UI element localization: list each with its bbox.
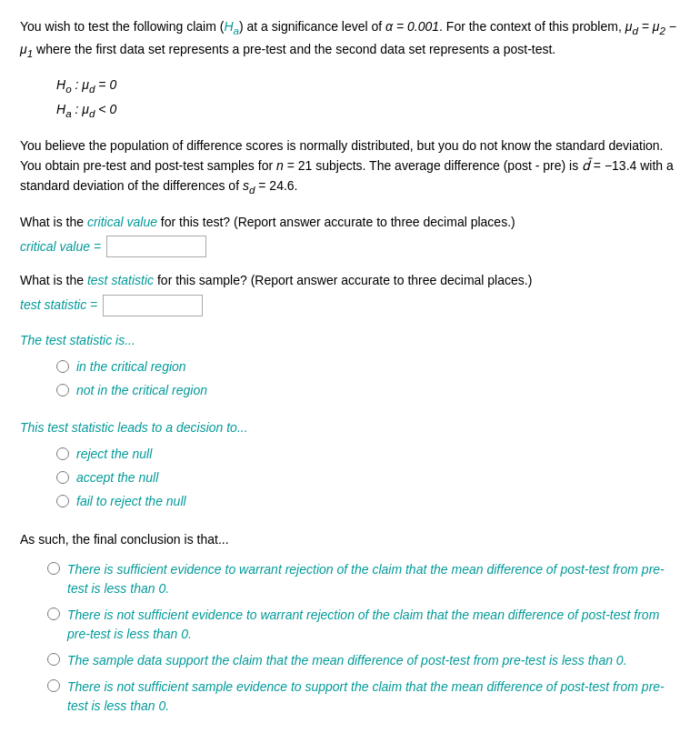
conclusion-option-1-label: There is sufficient evidence to warrant … [67, 560, 680, 598]
test-stat-label: test statistic = [20, 296, 97, 315]
decision-heading: This test statistic leads to a decision … [20, 418, 680, 437]
region-heading: The test statistic is... [20, 331, 680, 350]
decision-option-reject-label: reject the null [76, 445, 152, 464]
region-option-in[interactable]: in the critical region [56, 357, 680, 377]
conclusion-option-2[interactable]: There is not sufficient evidence to warr… [47, 606, 680, 644]
region-option-not-in-label: not in the critical region [76, 381, 207, 400]
region-radio-in[interactable] [56, 360, 69, 373]
conclusion-option-3-label: The sample data support the claim that t… [67, 651, 627, 670]
decision-option-fail-label: fail to reject the null [76, 492, 186, 511]
region-radio-not-in[interactable] [56, 384, 69, 397]
decision-radio-fail[interactable] [56, 495, 69, 507]
critical-value-label: critical value = [20, 237, 101, 256]
decision-option-accept-label: accept the null [76, 468, 158, 487]
conclusion-radio-1[interactable] [47, 562, 60, 575]
conclusion-options-group: There is sufficient evidence to warrant … [47, 560, 680, 716]
decision-options-group: reject the null accept the null fail to … [56, 445, 680, 511]
conclusion-radio-2[interactable] [47, 607, 60, 620]
conclusion-radio-3[interactable] [47, 653, 60, 666]
conclusion-option-1[interactable]: There is sufficient evidence to warrant … [47, 560, 680, 598]
conclusion-heading: As such, the final conclusion is that... [20, 529, 680, 549]
problem-body: You believe the population of difference… [20, 136, 680, 199]
conclusion-option-4[interactable]: There is not sufficient sample evidence … [47, 678, 680, 716]
region-options-group: in the critical region not in the critic… [56, 357, 680, 400]
conclusion-option-3[interactable]: The sample data support the claim that t… [47, 651, 680, 670]
problem-intro: You wish to test the following claim (Ha… [20, 16, 680, 63]
decision-radio-reject[interactable] [56, 447, 69, 460]
region-option-not-in[interactable]: not in the critical region [56, 381, 680, 400]
conclusion-radio-4[interactable] [47, 679, 60, 692]
test-stat-input[interactable] [103, 295, 203, 316]
conclusion-option-2-label: There is not sufficient evidence to warr… [67, 606, 680, 644]
decision-radio-accept[interactable] [56, 471, 69, 484]
critical-value-question: What is the critical value for this test… [20, 212, 680, 232]
decision-option-reject[interactable]: reject the null [56, 445, 680, 464]
test-stat-question: What is the test statistic for this samp… [20, 270, 680, 290]
decision-option-accept[interactable]: accept the null [56, 468, 680, 487]
decision-option-fail[interactable]: fail to reject the null [56, 492, 680, 511]
region-option-in-label: in the critical region [76, 357, 186, 377]
hypothesis-block: Ho : μd = 0 Ha : μd < 0 [56, 74, 680, 123]
conclusion-option-4-label: There is not sufficient sample evidence … [67, 678, 680, 716]
critical-value-input[interactable] [106, 236, 206, 257]
